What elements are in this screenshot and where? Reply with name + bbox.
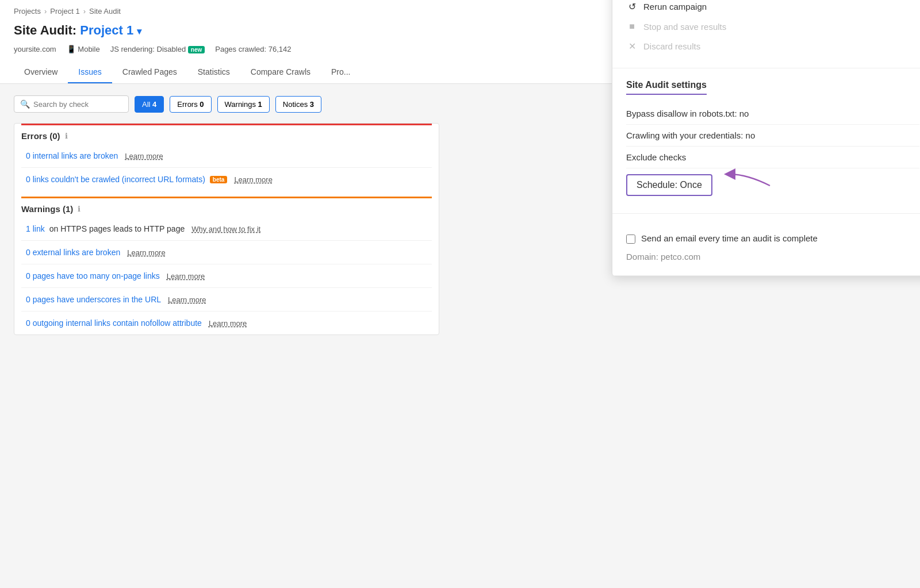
setting-exclude-checks: Exclude checks [626, 147, 919, 168]
email-checkbox-row: Send an email every time an audit is com… [626, 225, 919, 247]
filter-errors-button[interactable]: Errors 0 [170, 96, 211, 113]
issue-row: 0 outgoing internal links contain nofoll… [21, 312, 432, 335]
search-input[interactable] [33, 100, 122, 109]
setting-bypass: Bypass disallow in robots.txt: no [626, 103, 919, 125]
issue-internal-links-broken[interactable]: 0 internal links are broken [26, 151, 118, 160]
rerun-campaign-icon: ↺ [626, 1, 638, 12]
new-badge: new [188, 46, 205, 53]
filter-all-button[interactable]: All 4 [135, 96, 164, 113]
issue-links-not-crawled[interactable]: 0 links couldn't be crawled (incorrect U… [26, 175, 205, 184]
breadcrumb-site-audit: Site Audit [89, 7, 121, 16]
issue-nofollow[interactable]: 0 outgoing internal links contain nofoll… [26, 318, 202, 328]
project-name-link[interactable]: Project 1 [80, 23, 133, 37]
settings-subtitle: Site Audit settings [626, 80, 707, 95]
rerun-campaign-label: Rerun campaign [643, 2, 707, 11]
discard-icon: ✕ [626, 41, 638, 52]
learn-more-internal-links[interactable]: Learn more [125, 152, 163, 160]
learn-more-links-not-crawled[interactable]: Learn more [234, 175, 272, 184]
discard-results-label: Discard results [643, 41, 700, 51]
errors-section: Errors (0) ℹ 0 internal links are broken… [14, 124, 439, 191]
domain-label: Domain: petco.com [626, 247, 919, 264]
beta-badge: beta [210, 176, 228, 183]
breadcrumb-project1[interactable]: Project 1 [50, 7, 79, 16]
manage-panel: Manage Site Audit ↺ Rerun campaign ■ Sto… [612, 0, 920, 276]
main-content: 🔍 All 4 Errors 0 Warnings 1 Notices 3 Er… [0, 84, 920, 347]
schedule-box[interactable]: Schedule: Once [626, 174, 712, 196]
tab-crawled-pages[interactable]: Crawled Pages [112, 62, 187, 83]
errors-header: Errors (0) ℹ [21, 124, 432, 144]
tab-overview[interactable]: Overview [14, 62, 68, 83]
issue-row: 1 link on HTTPS pages leads to HTTP page… [21, 217, 432, 241]
filter-warnings-button[interactable]: Warnings 1 [217, 96, 270, 113]
domain-label: yoursite.com [14, 45, 56, 53]
breadcrumb-sep-2: › [83, 7, 86, 16]
tab-statistics[interactable]: Statistics [187, 62, 240, 83]
issue-underscores[interactable]: 0 pages have underscores in the URL [26, 295, 161, 304]
learn-more-underscores[interactable]: Learn more [168, 295, 206, 304]
issue-row: 0 pages have underscores in the URL Lear… [21, 288, 432, 312]
warnings-section: Warnings (1) ℹ 1 link on HTTPS pages lea… [14, 197, 439, 335]
email-label: Send an email every time an audit is com… [641, 233, 818, 243]
setting-schedule: Schedule: Once [626, 168, 919, 202]
tab-pro[interactable]: Pro... [321, 62, 361, 83]
email-section: Send an email every time an audit is com… [612, 214, 920, 276]
search-box[interactable]: 🔍 [14, 95, 129, 113]
issue-https-http[interactable]: 1 link [26, 224, 45, 233]
setting-credentials: Crawling with your credentials: no [626, 125, 919, 147]
issue-row: 0 pages have too many on-page links Lear… [21, 264, 432, 288]
stop-icon: ■ [626, 21, 638, 32]
issues-container: Errors (0) ℹ 0 internal links are broken… [14, 123, 439, 335]
js-rendering-label: JS rendering: Disabled new [110, 45, 205, 53]
settings-section: Site Audit settings Bypass disallow in r… [612, 68, 920, 214]
filter-notices-button[interactable]: Notices 3 [275, 96, 321, 113]
manage-section: Manage Site Audit ↺ Rerun campaign ■ Sto… [612, 0, 920, 68]
stop-save-label: Stop and save results [643, 22, 726, 32]
learn-more-on-page-links[interactable]: Learn more [167, 272, 205, 280]
issue-https-http-text: on HTTPS pages leads to HTTP page [49, 224, 185, 233]
errors-info-icon[interactable]: ℹ [65, 132, 68, 140]
learn-more-nofollow[interactable]: Learn more [209, 319, 247, 328]
issue-row: 0 links couldn't be crawled (incorrect U… [21, 168, 432, 191]
errors-count: (0) [49, 131, 60, 141]
rerun-campaign-menu-item[interactable]: ↺ Rerun campaign [626, 0, 919, 17]
stop-save-menu-item: ■ Stop and save results [626, 17, 919, 36]
learn-more-external-links[interactable]: Learn more [127, 248, 165, 257]
warnings-header: Warnings (1) ℹ [21, 197, 432, 217]
breadcrumb-sep-1: › [44, 7, 47, 16]
email-checkbox[interactable] [626, 235, 635, 244]
why-how-to-fix[interactable]: Why and how to fix it [191, 225, 260, 233]
errors-title: Errors (0) [21, 131, 60, 141]
issue-row: 0 internal links are broken Learn more [21, 144, 432, 168]
issue-external-links[interactable]: 0 external links are broken [26, 248, 120, 257]
warnings-count: (1) [63, 204, 73, 214]
search-icon: 🔍 [20, 99, 30, 109]
issue-on-page-links[interactable]: 0 pages have too many on-page links [26, 271, 160, 280]
warnings-info-icon[interactable]: ℹ [78, 205, 80, 213]
tab-compare-crawls[interactable]: Compare Crawls [240, 62, 321, 83]
breadcrumb-projects[interactable]: Projects [14, 7, 41, 16]
warnings-title: Warnings (1) [21, 204, 73, 214]
issue-row: 0 external links are broken Learn more [21, 241, 432, 264]
pages-crawled-label: Pages crawled: 76,142 [215, 45, 291, 53]
tab-issues[interactable]: Issues [68, 62, 112, 83]
page-title: Site Audit: Project 1 ▾ [14, 23, 141, 38]
discard-results-menu-item: ✕ Discard results [626, 36, 919, 56]
project-dropdown-icon[interactable]: ▾ [137, 26, 141, 36]
device-label: 📱 Mobile [67, 45, 100, 53]
